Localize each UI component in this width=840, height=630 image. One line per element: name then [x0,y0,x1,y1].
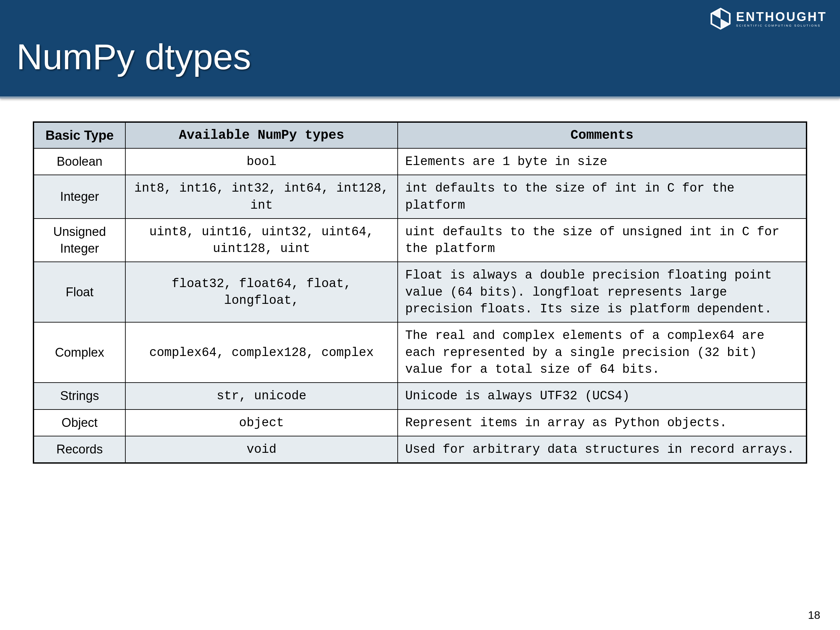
cell-comments: The real and complex elements of a compl… [398,322,807,382]
cell-basic-type: Float [33,262,125,322]
slide-content: Basic Type Available NumPy types Comment… [0,98,840,464]
th-numpy-types: Available NumPy types [125,122,398,148]
enthought-icon [709,7,732,30]
cell-basic-type: Records [33,436,125,463]
cell-numpy-types: uint8, uint16, uint32, uint64, uint128, … [125,218,398,262]
table-row: Stringsstr, unicodeUnicode is always UTF… [33,382,807,409]
table-row: Integerint8, int16, int32, int64, int128… [33,175,807,218]
table-row: RecordsvoidUsed for arbitrary data struc… [33,436,807,463]
cell-comments: int defaults to the size of int in C for… [398,175,807,218]
cell-numpy-types: str, unicode [125,382,398,409]
table-row: ObjectobjectRepresent items in array as … [33,409,807,436]
page-number: 18 [808,609,820,622]
cell-numpy-types: complex64, complex128, complex [125,322,398,382]
dtypes-table: Basic Type Available NumPy types Comment… [33,122,807,464]
cell-basic-type: Boolean [33,148,125,175]
cell-comments: Unicode is always UTF32 (UCS4) [398,382,807,409]
cell-comments: Float is always a double precision float… [398,262,807,322]
table-row: Complexcomplex64, complex128, complexThe… [33,322,807,382]
cell-numpy-types: bool [125,148,398,175]
cell-numpy-types: void [125,436,398,463]
cell-comments: Used for arbitrary data structures in re… [398,436,807,463]
cell-numpy-types: object [125,409,398,436]
cell-basic-type: Object [33,409,125,436]
brand-text-wrap: ENTHOUGHT SCIENTIFIC COMPUTING SOLUTIONS [736,11,827,27]
slide-title: NumPy dtypes [16,36,251,77]
cell-comments: Elements are 1 byte in size [398,148,807,175]
brand-tagline: SCIENTIFIC COMPUTING SOLUTIONS [736,24,827,27]
th-basic-type: Basic Type [33,122,125,148]
cell-numpy-types: float32, float64, float, longfloat, [125,262,398,322]
brand-logo: ENTHOUGHT SCIENTIFIC COMPUTING SOLUTIONS [709,7,827,30]
cell-basic-type: Unsigned Integer [33,218,125,262]
cell-numpy-types: int8, int16, int32, int64, int128, int [125,175,398,218]
table-row: Unsigned Integeruint8, uint16, uint32, u… [33,218,807,262]
slide-header: NumPy dtypes ENTHOUGHT SCIENTIFIC COMPUT… [0,0,840,98]
cell-basic-type: Complex [33,322,125,382]
brand-name: ENTHOUGHT [736,11,827,23]
table-row: BooleanboolElements are 1 byte in size [33,148,807,175]
table-header-row: Basic Type Available NumPy types Comment… [33,122,807,148]
cell-comments: uint defaults to the size of unsigned in… [398,218,807,262]
cell-basic-type: Strings [33,382,125,409]
cell-basic-type: Integer [33,175,125,218]
th-comments: Comments [398,122,807,148]
table-row: Floatfloat32, float64, float, longfloat,… [33,262,807,322]
cell-comments: Represent items in array as Python objec… [398,409,807,436]
